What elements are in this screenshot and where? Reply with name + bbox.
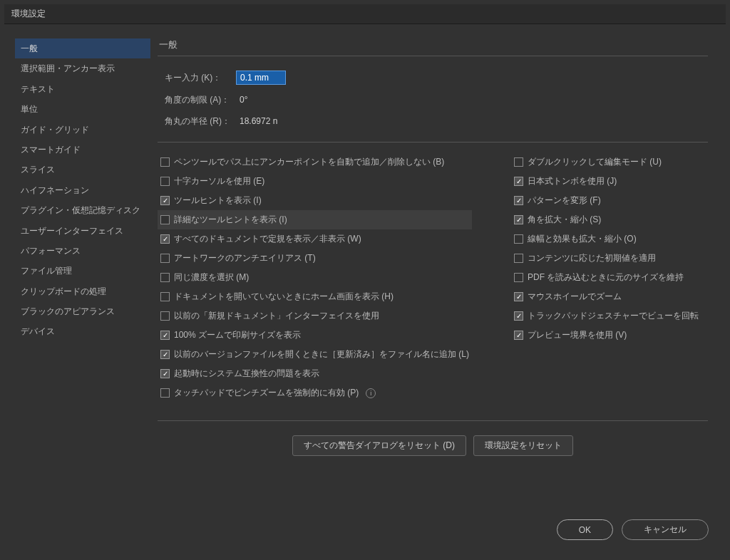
checkbox-row[interactable]: 以前のバージョンファイルを開くときに［更新済み］をファイル名に追加 (L) <box>158 345 472 364</box>
sidebar: 一般選択範囲・アンカー表示テキスト単位ガイド・グリッドスマートガイドスライスハイ… <box>15 38 150 507</box>
sidebar-item[interactable]: ガイド・グリッド <box>15 120 150 140</box>
sidebar-item[interactable]: プラグイン・仮想記憶ディスク <box>15 200 150 220</box>
dialog-footer: OK キャンセル <box>4 507 726 556</box>
reset-button-row: すべての警告ダイアログをリセット (D) 環境設定をリセット <box>158 420 708 456</box>
checkbox-icon[interactable] <box>160 196 170 205</box>
checkbox-icon[interactable] <box>514 254 523 263</box>
key-input-field[interactable] <box>236 71 286 85</box>
checkbox-icon[interactable] <box>514 196 523 205</box>
checkbox-icon[interactable] <box>160 273 170 282</box>
dialog-titlebar: 環境設定 <box>4 4 726 24</box>
corner-row: 角丸の半径 (R)： <box>165 115 708 128</box>
checkbox-row[interactable]: 詳細なツールヒントを表示 (I) <box>158 210 472 229</box>
checkbox-row[interactable]: すべてのドキュメントで定規を表示／非表示 (W) <box>158 229 472 249</box>
sidebar-item[interactable]: 選択範囲・アンカー表示 <box>15 58 150 78</box>
checkbox-label: 角を拡大・縮小 (S) <box>528 214 601 226</box>
checkbox-icon[interactable] <box>160 177 170 186</box>
sidebar-item[interactable]: スマートガイド <box>15 140 150 160</box>
checkbox-row[interactable]: コンテンツに応じた初期値を適用 <box>511 249 701 268</box>
checkbox-icon[interactable] <box>514 273 523 282</box>
checkbox-label: 詳細なツールヒントを表示 (I) <box>174 214 287 226</box>
checkbox-row[interactable]: パターンを変形 (F) <box>511 191 701 210</box>
checkbox-icon[interactable] <box>160 254 170 263</box>
checkbox-label: マウスホイールでズーム <box>528 291 622 303</box>
angle-row: 角度の制限 (A)： <box>165 93 708 106</box>
cancel-button[interactable]: キャンセル <box>622 519 709 540</box>
checkbox-row[interactable]: ペンツールでパス上にアンカーポイントを自動で追加／削除しない (B) <box>158 152 472 172</box>
checkbox-row[interactable]: 線幅と効果も拡大・縮小 (O) <box>511 229 701 249</box>
checkbox-icon[interactable] <box>160 388 170 398</box>
checkbox-row[interactable]: マウスホイールでズーム <box>511 287 701 306</box>
reset-warnings-button[interactable]: すべての警告ダイアログをリセット (D) <box>292 435 466 456</box>
sidebar-item[interactable]: ユーザーインターフェイス <box>15 221 150 241</box>
checkbox-label: タッチパッドでピンチズームを強制的に有効 (P) <box>174 387 359 399</box>
checkbox-label: 線幅と効果も拡大・縮小 (O) <box>528 233 637 245</box>
checkbox-row[interactable]: 同じ濃度を選択 (M) <box>158 268 472 287</box>
sidebar-item[interactable]: ハイフネーション <box>15 180 150 200</box>
checkbox-label: 以前のバージョンファイルを開くときに［更新済み］をファイル名に追加 (L) <box>174 348 469 361</box>
checkbox-icon[interactable] <box>514 215 523 224</box>
checkbox-icon[interactable] <box>514 234 523 244</box>
checkbox-row[interactable]: タッチパッドでピンチズームを強制的に有効 (P)i <box>158 383 472 403</box>
checkbox-row[interactable]: ドキュメントを開いていないときにホーム画面を表示 (H) <box>158 287 472 306</box>
checkbox-label: ダブルクリックして編集モード (U) <box>528 156 662 168</box>
angle-field[interactable] <box>236 93 286 106</box>
dialog-body: 一般選択範囲・アンカー表示テキスト単位ガイド・グリッドスマートガイドスライスハイ… <box>4 24 726 507</box>
checkbox-row[interactable]: 十字カーソルを使用 (E) <box>158 172 472 191</box>
ok-button[interactable]: OK <box>557 519 613 540</box>
checkbox-row[interactable]: 以前の「新規ドキュメント」インターフェイスを使用 <box>158 306 472 326</box>
checkbox-label: ツールヒントを表示 (I) <box>174 195 262 207</box>
preferences-dialog: 環境設定 一般選択範囲・アンカー表示テキスト単位ガイド・グリッドスマートガイドス… <box>4 4 726 556</box>
checkbox-row[interactable]: アートワークのアンチエイリアス (T) <box>158 249 472 268</box>
checkbox-row[interactable]: PDF を読み込むときに元のサイズを維持 <box>511 268 701 287</box>
checkbox-label: 以前の「新規ドキュメント」インターフェイスを使用 <box>174 310 379 322</box>
checkbox-icon[interactable] <box>160 369 170 378</box>
page-title: 一般 <box>158 38 708 56</box>
checkbox-row[interactable]: トラックパッドジェスチャーでビューを回転 <box>511 306 701 326</box>
checkbox-icon[interactable] <box>514 311 523 321</box>
checkbox-icon[interactable] <box>160 350 170 359</box>
checkbox-row[interactable]: 日本式トンボを使用 (J) <box>511 172 701 191</box>
reset-prefs-button[interactable]: 環境設定をリセット <box>473 435 573 456</box>
corner-field[interactable] <box>236 115 286 128</box>
checkbox-label: 同じ濃度を選択 (M) <box>174 271 249 284</box>
checkbox-label: PDF を読み込むときに元のサイズを維持 <box>528 271 684 284</box>
checkbox-grid: ペンツールでパス上にアンカーポイントを自動で追加／削除しない (B)十字カーソル… <box>158 142 708 403</box>
checkbox-label: すべてのドキュメントで定規を表示／非表示 (W) <box>174 233 361 245</box>
sidebar-item[interactable]: デバイス <box>15 321 150 341</box>
sidebar-item[interactable]: パフォーマンス <box>15 241 150 261</box>
checkbox-row[interactable]: ダブルクリックして編集モード (U) <box>511 152 701 172</box>
checkbox-label: ペンツールでパス上にアンカーポイントを自動で追加／削除しない (B) <box>174 156 444 168</box>
checkbox-label: トラックパッドジェスチャーでビューを回転 <box>528 310 699 322</box>
sidebar-item[interactable]: テキスト <box>15 79 150 99</box>
checkbox-icon[interactable] <box>160 157 170 167</box>
checkbox-row[interactable]: 100% ズームで印刷サイズを表示 <box>158 326 472 345</box>
checkbox-icon[interactable] <box>514 292 523 301</box>
checkbox-label: 起動時にシステム互換性の問題を表示 <box>174 368 319 380</box>
checkbox-icon[interactable] <box>160 234 170 244</box>
checkbox-column-right: ダブルクリックして編集モード (U)日本式トンボを使用 (J)パターンを変形 (… <box>511 152 701 403</box>
checkbox-column-left: ペンツールでパス上にアンカーポイントを自動で追加／削除しない (B)十字カーソル… <box>158 152 472 403</box>
info-icon[interactable]: i <box>366 388 376 398</box>
sidebar-item[interactable]: クリップボードの処理 <box>15 281 150 301</box>
checkbox-icon[interactable] <box>160 292 170 301</box>
checkbox-icon[interactable] <box>514 331 523 340</box>
sidebar-item[interactable]: スライス <box>15 160 150 180</box>
sidebar-item[interactable]: 一般 <box>15 38 150 58</box>
checkbox-label: 十字カーソルを使用 (E) <box>174 175 264 187</box>
checkbox-row[interactable]: 起動時にシステム互換性の問題を表示 <box>158 364 472 383</box>
checkbox-icon[interactable] <box>514 177 523 186</box>
checkbox-label: コンテンツに応じた初期値を適用 <box>528 252 656 264</box>
checkbox-icon[interactable] <box>160 331 170 340</box>
corner-label: 角丸の半径 (R)： <box>165 115 236 128</box>
checkbox-icon[interactable] <box>514 157 523 167</box>
checkbox-row[interactable]: 角を拡大・縮小 (S) <box>511 210 701 229</box>
checkbox-label: 日本式トンボを使用 (J) <box>528 175 617 187</box>
sidebar-item[interactable]: ブラックのアピアランス <box>15 301 150 321</box>
checkbox-row[interactable]: ツールヒントを表示 (I) <box>158 191 472 210</box>
sidebar-item[interactable]: ファイル管理 <box>15 261 150 281</box>
checkbox-icon[interactable] <box>160 311 170 321</box>
checkbox-row[interactable]: プレビュー境界を使用 (V) <box>511 326 701 345</box>
checkbox-icon[interactable] <box>160 215 170 224</box>
sidebar-item[interactable]: 単位 <box>15 99 150 119</box>
